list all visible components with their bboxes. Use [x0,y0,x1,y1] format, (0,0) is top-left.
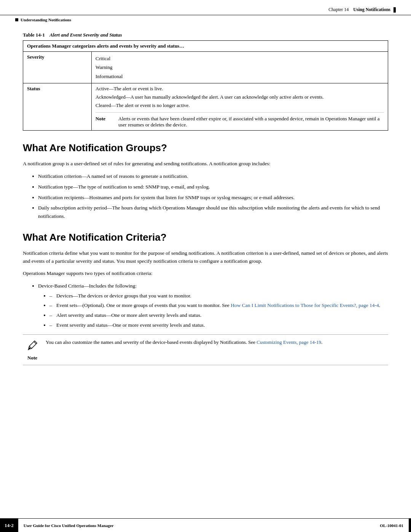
section2-bullet-list: Device-Based Criteria—Includes the follo… [38,282,388,329]
chapter-label: Chapter 14 Using Notifications [328,7,390,13]
list-item: Daily subscription activity period—The h… [38,204,388,220]
status-label-cell: Status [23,83,92,131]
chapter-title: Using Notifications [353,7,390,12]
table-note-label-area: Note [96,116,115,128]
table-note-text: Alerts or events that have been cleared … [118,116,384,128]
list-item: Notification criterion—A named set of re… [38,172,388,181]
severity-values-cell: Critical Warning Informational [92,52,388,83]
note-suffix: . [321,339,322,345]
list-item: Notification type—The type of notificati… [38,183,388,191]
header-bar [393,7,396,13]
section2-heading: What Are Notification Criteria? [23,232,388,243]
pencil-icon [25,339,39,354]
table-full-row-cell: Operations Manager categorizes alerts an… [23,41,388,52]
table-full-row: Operations Manager categorizes alerts an… [23,41,388,52]
dash-item-alert-severity: Alert severity and status—One or more al… [49,311,388,320]
page-header: Chapter 14 Using Notifications [0,0,411,15]
dash-list: Devices—The devices or device groups tha… [49,292,388,329]
subheader-text: Understanding Notifications [21,18,71,22]
event-sets-link[interactable]: How Can I Limit Notifications to Those f… [231,302,379,308]
footer-right: OL-10041-01 [374,519,411,532]
dash-item-devices: Devices—The devices or device groups tha… [49,292,388,300]
dash-item-event-severity: Event severity and status—One or more ev… [49,321,388,329]
footer-left: 14-2 User Guide for Cisco Unified Operat… [0,519,119,532]
severity-items: Critical Warning Informational [96,54,384,81]
severity-critical: Critical [96,54,384,63]
severity-warning: Warning [96,63,384,72]
table-caption: Table 14-1 Alert and Event Severity and … [23,32,388,38]
section1-bullet-list: Notification criterion—A named set of re… [38,172,388,220]
status-active: Active—The alert or event is live. [96,86,384,92]
section2-intro2: Operations Manager supports two types of… [23,270,388,277]
section1-intro: A notification group is a user-defined s… [23,160,388,168]
section2-note-box: Note You can also customize the names an… [23,334,388,365]
status-acknowledged: Acknowledged—A user has manually acknowl… [96,94,384,100]
page-subheader: Understanding Notifications [0,15,411,24]
status-values-cell: Active—The alert or event is live. Ackno… [92,83,388,131]
section1-heading: What Are Notification Groups? [23,142,388,154]
page-footer: 14-2 User Guide for Cisco Unified Operat… [0,518,411,532]
footer-guide-text: User Guide for Cisco Unified Operations … [18,523,119,528]
device-based-label: Device-Based Criteria—Includes the follo… [38,283,137,289]
section2-intro1: Notification criteria define what you wa… [23,249,388,265]
footer-doc-num: OL-10041-01 [374,523,409,528]
severity-informational: Informational [96,72,384,81]
footer-right-bar [409,519,411,532]
note-label-text: Note [27,355,37,361]
table-row-severity: Severity Critical Warning Informational [23,52,388,83]
subheader-square-icon [15,18,18,21]
table-row-status: Status Active—The alert or event is live… [23,83,388,131]
table-note-label: Note [96,116,105,121]
footer-page-number: 14-2 [0,519,18,532]
list-item: Notification recipients—Hostnames and po… [38,193,388,202]
main-content: Table 14-1 Alert and Event Severity and … [0,24,411,393]
list-item-device-based: Device-Based Criteria—Includes the follo… [38,282,388,329]
note-icon-area: Note [23,339,42,361]
table-caption-italic: Alert and Event Severity and Status [49,32,122,38]
customizing-events-link[interactable]: Customizing Events, page 14-19 [256,339,321,345]
severity-label-cell: Severity [23,52,92,83]
dash-item-event-sets: Event sets—(Optional). One or more group… [49,301,388,310]
note-static-text: You can also customize the names and sev… [46,339,255,345]
table-caption-bold: Table 14-1 [23,32,45,38]
table-note: Note Alerts or events that have been cle… [96,112,384,128]
note-body: You can also customize the names and sev… [46,339,388,346]
severity-status-table: Operations Manager categorizes alerts an… [23,40,388,131]
status-cleared: Cleared—The alert or event is no longer … [96,102,384,109]
